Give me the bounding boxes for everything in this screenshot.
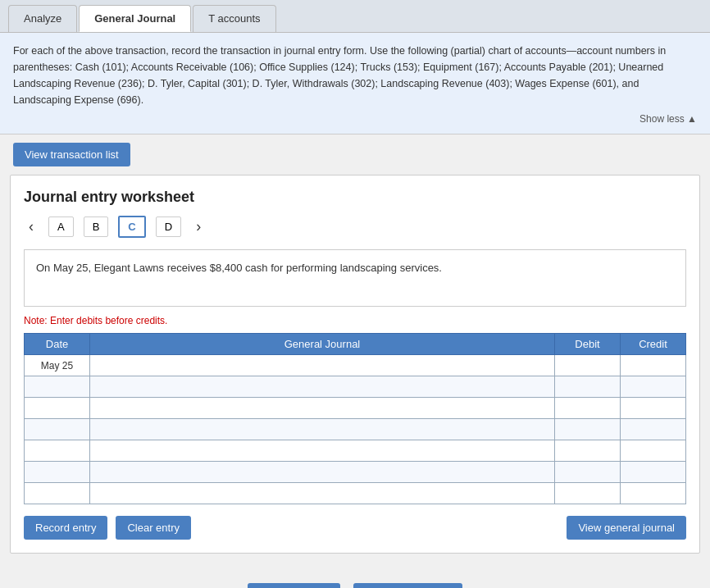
bottom-nav: ‹ Analyze T accounts › — [0, 567, 710, 588]
debit-input-1[interactable] — [555, 355, 620, 376]
date-cell-2 — [25, 376, 90, 398]
worksheet-title: Journal entry worksheet — [24, 189, 686, 206]
journal-table: Date General Journal Debit Credit May 25 — [24, 333, 686, 504]
clear-entry-button[interactable]: Clear entry — [116, 516, 191, 540]
table-row: May 25 — [25, 355, 686, 376]
header-gj: General Journal — [90, 334, 555, 355]
gj-cell-1[interactable] — [90, 355, 555, 376]
gj-input-4[interactable] — [90, 419, 554, 440]
credit-input-6[interactable] — [621, 462, 685, 482]
tabs-bar: Analyze General Journal T accounts — [0, 0, 710, 33]
gj-input-5[interactable] — [90, 440, 554, 461]
view-general-journal-button[interactable]: View general journal — [567, 516, 686, 540]
note-text: Note: Enter debits before credits. — [24, 315, 686, 326]
show-less-link[interactable]: Show less ▲ — [13, 112, 697, 127]
date-cell-6 — [25, 462, 90, 483]
gj-cell-4[interactable] — [90, 419, 555, 440]
table-row — [25, 376, 686, 398]
debit-cell-5[interactable] — [555, 440, 621, 462]
header-debit: Debit — [555, 334, 621, 355]
table-row — [25, 462, 686, 483]
credit-input-5[interactable] — [621, 440, 685, 461]
gj-cell-7[interactable] — [90, 483, 555, 504]
info-box: For each of the above transaction, recor… — [0, 33, 710, 134]
header-date: Date — [25, 334, 90, 355]
table-row — [25, 483, 686, 504]
view-transaction-button[interactable]: View transaction list — [13, 143, 130, 166]
table-row — [25, 419, 686, 440]
letter-btn-a[interactable]: A — [48, 217, 74, 237]
worksheet-container: Journal entry worksheet ‹ A B C D › On M… — [10, 175, 700, 554]
gj-cell-6[interactable] — [90, 462, 555, 483]
credit-input-2[interactable] — [621, 376, 685, 397]
view-transaction-section: View transaction list — [13, 143, 697, 166]
gj-cell-2[interactable] — [90, 376, 555, 398]
prev-arrow[interactable]: ‹ — [24, 217, 39, 237]
tab-t-accounts[interactable]: T accounts — [193, 5, 275, 32]
date-cell-1: May 25 — [25, 355, 90, 376]
debit-cell-1[interactable] — [555, 355, 621, 376]
prev-nav-button[interactable]: ‹ Analyze — [248, 583, 341, 588]
debit-input-3[interactable] — [555, 398, 620, 418]
tab-analyze[interactable]: Analyze — [8, 5, 77, 32]
table-row — [25, 398, 686, 419]
gj-cell-3[interactable] — [90, 398, 555, 419]
letter-btn-d[interactable]: D — [156, 217, 181, 237]
action-buttons: Record entry Clear entry View general jo… — [24, 516, 686, 540]
letter-btn-b[interactable]: B — [84, 217, 109, 237]
table-row — [25, 440, 686, 462]
letter-nav: ‹ A B C D › — [24, 216, 686, 238]
main-container: Analyze General Journal T accounts For e… — [0, 0, 710, 588]
credit-input-1[interactable] — [621, 355, 685, 376]
record-entry-button[interactable]: Record entry — [24, 516, 107, 540]
next-arrow[interactable]: › — [191, 217, 206, 237]
debit-input-7[interactable] — [555, 483, 620, 504]
credit-cell-2[interactable] — [621, 376, 686, 398]
next-nav-button[interactable]: T accounts › — [353, 583, 462, 588]
gj-input-2[interactable] — [90, 376, 554, 397]
debit-cell-2[interactable] — [555, 376, 621, 398]
debit-cell-3[interactable] — [555, 398, 621, 419]
credit-cell-6[interactable] — [621, 462, 686, 483]
debit-cell-7[interactable] — [555, 483, 621, 504]
date-cell-4 — [25, 419, 90, 440]
scenario-text: On May 25, Elegant Lawns receives $8,400… — [36, 262, 442, 274]
credit-cell-3[interactable] — [621, 398, 686, 419]
debit-input-2[interactable] — [555, 376, 620, 397]
date-cell-3 — [25, 398, 90, 419]
scenario-box: On May 25, Elegant Lawns receives $8,400… — [24, 249, 686, 307]
debit-input-4[interactable] — [555, 419, 620, 440]
debit-input-6[interactable] — [555, 462, 620, 482]
credit-input-7[interactable] — [621, 483, 685, 504]
debit-input-5[interactable] — [555, 440, 620, 461]
gj-input-7[interactable] — [90, 483, 554, 504]
credit-cell-5[interactable] — [621, 440, 686, 462]
gj-input-3[interactable] — [90, 398, 554, 418]
gj-input-1[interactable] — [90, 355, 554, 376]
gj-cell-5[interactable] — [90, 440, 555, 462]
credit-input-4[interactable] — [621, 419, 685, 440]
debit-cell-6[interactable] — [555, 462, 621, 483]
gj-input-6[interactable] — [90, 462, 554, 482]
credit-cell-7[interactable] — [621, 483, 686, 504]
date-cell-7 — [25, 483, 90, 504]
debit-cell-4[interactable] — [555, 419, 621, 440]
info-text: For each of the above transaction, recor… — [13, 45, 666, 106]
letter-btn-c[interactable]: C — [118, 216, 145, 238]
header-credit: Credit — [621, 334, 686, 355]
credit-cell-1[interactable] — [621, 355, 686, 376]
tab-general-journal[interactable]: General Journal — [79, 5, 191, 32]
credit-input-3[interactable] — [621, 398, 685, 418]
date-cell-5 — [25, 440, 90, 462]
credit-cell-4[interactable] — [621, 419, 686, 440]
